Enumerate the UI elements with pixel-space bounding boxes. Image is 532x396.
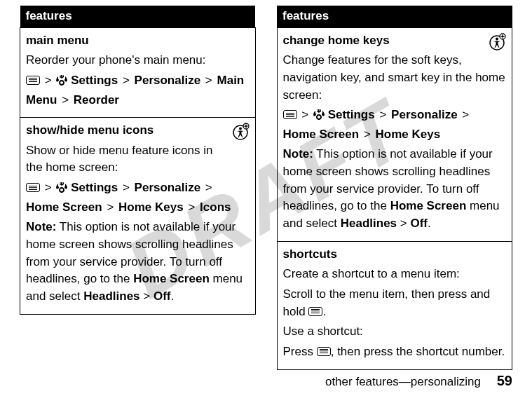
note-show-hide: Note: This option is not available if yo…	[26, 219, 250, 305]
cell-main-menu: main menu Reorder your phone's main menu…	[20, 27, 256, 118]
title-show-hide: show/hide menu icons	[26, 122, 250, 139]
cell-change-home-keys: change home keys Change features for the…	[277, 27, 512, 241]
title-change-home-keys: change home keys	[283, 32, 507, 50]
left-table-header: features	[20, 6, 256, 27]
cell-show-hide-icons: show/hide menu icons Show or hide menu f…	[20, 118, 256, 314]
page-footer: other features—personalizing 59	[325, 373, 512, 389]
path-change-home-keys: > Settings > Personalize > Home Screen >…	[283, 107, 507, 143]
right-table-header: features	[277, 6, 512, 27]
intro-change-home-keys: Change features for the soft keys, navig…	[283, 52, 507, 104]
cell-shortcuts: shortcuts Create a shortcut to a menu it…	[277, 241, 512, 369]
page-number: 59	[497, 373, 512, 388]
right-features-table: features change home keys Change feature…	[277, 6, 513, 370]
intro-main-menu: Reorder your phone's main menu:	[26, 52, 250, 69]
settings-icon	[56, 182, 67, 199]
left-column: features main menu Reorder your phone's …	[20, 6, 256, 370]
title-main-menu: main menu	[26, 32, 250, 50]
footer-text: other features—personalizing	[325, 375, 481, 388]
note-change-home-keys: Note: This option is not available if yo…	[283, 146, 507, 232]
path-show-hide: > Settings > Personalize > Home Screen >…	[26, 179, 250, 216]
shortcuts-create-intro: Create a shortcut to a menu item:	[283, 266, 507, 283]
right-column: features change home keys Change feature…	[277, 6, 513, 370]
settings-icon	[56, 74, 67, 92]
shortcuts-create-body: Scroll to the menu item, then press and …	[283, 286, 507, 320]
menu-key-icon	[308, 307, 322, 316]
menu-key-icon	[26, 76, 40, 85]
intro-show-hide: Show or hide menu feature icons in the h…	[26, 142, 250, 177]
svg-point-4	[496, 37, 498, 40]
menu-key-icon	[26, 183, 40, 192]
left-features-table: features main menu Reorder your phone's …	[20, 6, 256, 315]
accessibility-badge-icon	[231, 122, 250, 146]
menu-key-icon	[317, 347, 331, 356]
settings-icon	[313, 109, 325, 126]
title-shortcuts: shortcuts	[283, 246, 507, 264]
page-content: features main menu Reorder your phone's …	[0, 0, 532, 370]
menu-key-icon	[283, 110, 297, 119]
shortcuts-use-intro: Use a shortcut:	[283, 323, 507, 341]
svg-point-1	[239, 128, 242, 130]
shortcuts-use-body: Press , then press the shortcut number.	[283, 343, 507, 361]
accessibility-badge-icon	[488, 32, 506, 56]
path-main-menu: > Settings > Personalize > Main Menu > R…	[26, 72, 250, 109]
